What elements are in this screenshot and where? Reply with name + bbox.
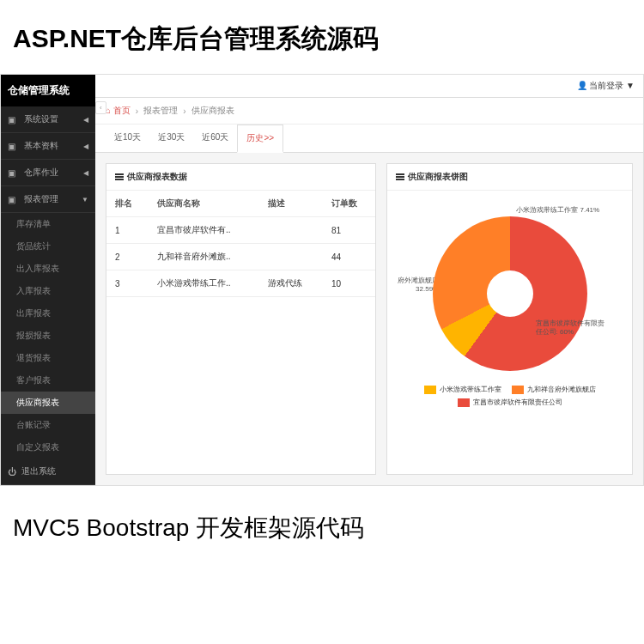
- nav-report[interactable]: 报表管理▼: [1, 186, 95, 213]
- pie-chart: 小米游戏带练工作室 7.41% 府外滩旗舰店 32.59% 宜昌市彼岸软件有限责…: [387, 191, 632, 421]
- swatch-icon: [424, 386, 436, 394]
- table-cell: 1: [106, 217, 149, 244]
- table-cell: 44: [323, 244, 375, 270]
- table-cell: 81: [323, 217, 375, 244]
- table-header: 描述: [259, 191, 323, 217]
- nav-label: 基本资料: [24, 140, 58, 152]
- tab-10d[interactable]: 近10天: [106, 125, 149, 152]
- sidebar-collapse-button[interactable]: ‹: [95, 101, 106, 114]
- pie-label: 宜昌市彼岸软件有限责任公司: 60%: [536, 319, 605, 336]
- table-cell: 游戏代练: [259, 270, 323, 297]
- table-header: 供应商名称: [149, 191, 259, 217]
- sidebar-sub-item[interactable]: 出入库报表: [1, 258, 95, 280]
- chevron-left-icon: ◀: [83, 116, 88, 124]
- nav-warehouse[interactable]: 仓库作业◀: [1, 160, 95, 186]
- table-cell: 小米游戏带练工作..: [149, 270, 259, 297]
- chart-panel: 供应商报表饼图 小米游戏带练工作室 7.41% 府外滩旗舰店 32.59% 宜昌…: [386, 163, 633, 475]
- topbar: 👤 当前登录 ▼: [95, 75, 643, 98]
- table-header: 订单数: [323, 191, 375, 217]
- table-cell: [259, 217, 323, 244]
- nav-label: 系统设置: [24, 113, 58, 125]
- breadcrumb-sep: ›: [136, 106, 138, 116]
- table-cell: [259, 244, 323, 270]
- breadcrumb-sep: ›: [183, 106, 185, 116]
- sidebar-sub-item[interactable]: 供应商报表: [1, 392, 95, 414]
- sidebar-sub-item[interactable]: 库存清单: [1, 213, 95, 235]
- chart-legend: 小米游戏带练工作室九和祥音府外滩旗舰店宜昌市彼岸软件有限责任公司: [396, 380, 623, 412]
- pie-label: 小米游戏带练工作室 7.41%: [516, 206, 599, 215]
- nav-base[interactable]: 基本资料◀: [1, 133, 95, 160]
- power-icon: ⏻: [8, 467, 16, 477]
- promo-title-top: ASP.NET仓库后台管理系统源码: [0, 0, 644, 74]
- table-header: 排名: [106, 191, 149, 217]
- brand-title: 仓储管理系统: [1, 75, 95, 106]
- data-panel: 供应商报表数据 排名供应商名称描述订单数 1宜昌市彼岸软件有..812九和祥音府…: [106, 163, 376, 475]
- panel-header: 供应商报表数据: [106, 164, 375, 191]
- sidebar-sub-item[interactable]: 自定义报表: [1, 436, 95, 459]
- sidebar: 仓储管理系统 系统设置◀ 基本资料◀ 仓库作业◀ 报表管理▼ 库存清单货品统计出…: [1, 75, 95, 485]
- supplier-table: 排名供应商名称描述订单数 1宜昌市彼岸软件有..812九和祥音府外滩旗..443…: [106, 191, 375, 297]
- grid-icon: [8, 168, 19, 178]
- legend-item: 九和祥音府外滩旗舰店: [512, 385, 596, 394]
- home-icon[interactable]: ⌂ 首页: [106, 105, 131, 117]
- breadcrumb-item: 供应商报表: [191, 105, 234, 117]
- user-menu[interactable]: 👤 当前登录 ▼: [577, 80, 635, 92]
- promo-title-bottom: MVC5 Bootstrap 开发框架源代码: [0, 486, 644, 570]
- legend-item: 宜昌市彼岸软件有限责任公司: [458, 398, 562, 407]
- swatch-icon: [512, 386, 524, 394]
- panel-header: 供应商报表饼图: [387, 164, 632, 191]
- breadcrumb-item[interactable]: 报表管理: [143, 105, 178, 117]
- chevron-left-icon: ◀: [83, 143, 88, 150]
- nav-system[interactable]: 系统设置◀: [1, 106, 95, 133]
- table-cell: 宜昌市彼岸软件有..: [149, 217, 259, 244]
- tab-history[interactable]: 历史>>: [237, 125, 283, 153]
- grid-icon: [8, 142, 19, 151]
- sidebar-sub-item[interactable]: 货品统计: [1, 235, 95, 258]
- table-cell: 2: [106, 244, 149, 270]
- sidebar-sub-item[interactable]: 入库报表: [1, 280, 95, 302]
- main-area: 👤 当前登录 ▼ ‹ ⌂ 首页 › 报表管理 › 供应商报表 近10天 近30天…: [95, 75, 643, 485]
- sidebar-sub-item[interactable]: 报损报表: [1, 325, 95, 347]
- legend-item: 小米游戏带练工作室: [424, 385, 501, 394]
- bars-icon: [396, 173, 404, 180]
- bars-icon: [115, 173, 124, 180]
- nav-label: 仓库作业: [24, 167, 58, 179]
- grid-icon: [8, 195, 19, 204]
- user-label: 当前登录: [589, 81, 623, 90]
- sidebar-sub-item[interactable]: 出库报表: [1, 302, 95, 325]
- sidebar-sub-item[interactable]: 客户报表: [1, 369, 95, 392]
- grid-icon: [8, 115, 19, 125]
- nav-exit[interactable]: ⏻退出系统: [1, 459, 95, 485]
- nav-label: 报表管理: [24, 193, 58, 205]
- sidebar-sub-item[interactable]: 退货报表: [1, 347, 95, 369]
- pie-graphic: 宜昌市彼岸软件有限责任公司: 60%: [433, 216, 587, 371]
- swatch-icon: [458, 398, 470, 407]
- app-window: 仓储管理系统 系统设置◀ 基本资料◀ 仓库作业◀ 报表管理▼ 库存清单货品统计出…: [0, 74, 644, 486]
- tab-30d[interactable]: 近30天: [149, 125, 193, 152]
- table-cell: 10: [323, 270, 375, 297]
- table-row: 1宜昌市彼岸软件有..81: [106, 217, 375, 244]
- chevron-down-icon: ▼: [82, 196, 88, 204]
- time-tabs: 近10天 近30天 近60天 历史>>: [95, 125, 643, 153]
- sidebar-sub-item[interactable]: 台账记录: [1, 414, 95, 436]
- table-row: 3小米游戏带练工作..游戏代练10: [106, 270, 375, 297]
- tab-60d[interactable]: 近60天: [193, 125, 237, 152]
- nav-label: 退出系统: [21, 465, 56, 477]
- table-row: 2九和祥音府外滩旗..44: [106, 244, 375, 270]
- pie-label: 府外滩旗舰店 32.59%: [387, 276, 439, 293]
- content-row: 供应商报表数据 排名供应商名称描述订单数 1宜昌市彼岸软件有..812九和祥音府…: [95, 153, 643, 485]
- table-cell: 九和祥音府外滩旗..: [149, 244, 259, 270]
- table-cell: 3: [106, 270, 149, 297]
- chevron-left-icon: ◀: [83, 169, 88, 177]
- breadcrumb: ‹ ⌂ 首页 › 报表管理 › 供应商报表: [95, 98, 643, 125]
